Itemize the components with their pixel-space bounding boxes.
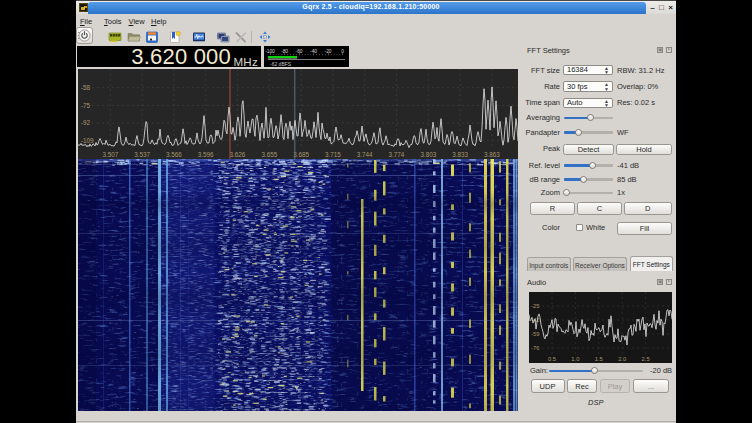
svg-text:-92: -92 <box>81 119 91 126</box>
svg-text:3.715: 3.715 <box>325 151 341 158</box>
svg-text:3.685: 3.685 <box>293 151 309 158</box>
svg-text:-75: -75 <box>81 102 91 109</box>
svg-text:-58: -58 <box>81 84 91 91</box>
svg-text:-20: -20 <box>325 49 332 54</box>
svg-text:-80: -80 <box>281 49 288 54</box>
svg-text:3.744: 3.744 <box>357 151 373 158</box>
svg-text:3.833: 3.833 <box>452 151 468 158</box>
svg-text:1.0: 1.0 <box>571 356 579 362</box>
svg-text:1.5: 1.5 <box>595 356 603 362</box>
svg-text:-100: -100 <box>265 49 275 54</box>
svg-text:0.5: 0.5 <box>548 356 556 362</box>
svg-text:-62 dBFS: -62 dBFS <box>270 61 292 67</box>
svg-text:3.537: 3.537 <box>134 151 150 158</box>
svg-text:-25: -25 <box>531 303 539 309</box>
svg-text:-59: -59 <box>531 331 539 337</box>
svg-text:2.0: 2.0 <box>618 356 626 362</box>
svg-text:2.5: 2.5 <box>642 356 650 362</box>
svg-text:-109: -109 <box>81 137 94 144</box>
svg-text:-40: -40 <box>310 49 317 54</box>
svg-text:-76: -76 <box>531 345 539 351</box>
svg-text:3.626: 3.626 <box>230 151 246 158</box>
svg-text:-60: -60 <box>296 49 303 54</box>
svg-text:3.774: 3.774 <box>389 151 405 158</box>
svg-text:3.655: 3.655 <box>261 151 277 158</box>
svg-text:3.596: 3.596 <box>198 151 214 158</box>
svg-text:3.507: 3.507 <box>102 151 118 158</box>
svg-text:3.803: 3.803 <box>420 151 436 158</box>
svg-text:0: 0 <box>341 49 344 54</box>
svg-text:3.566: 3.566 <box>166 151 182 158</box>
svg-text:3.863: 3.863 <box>484 151 500 158</box>
